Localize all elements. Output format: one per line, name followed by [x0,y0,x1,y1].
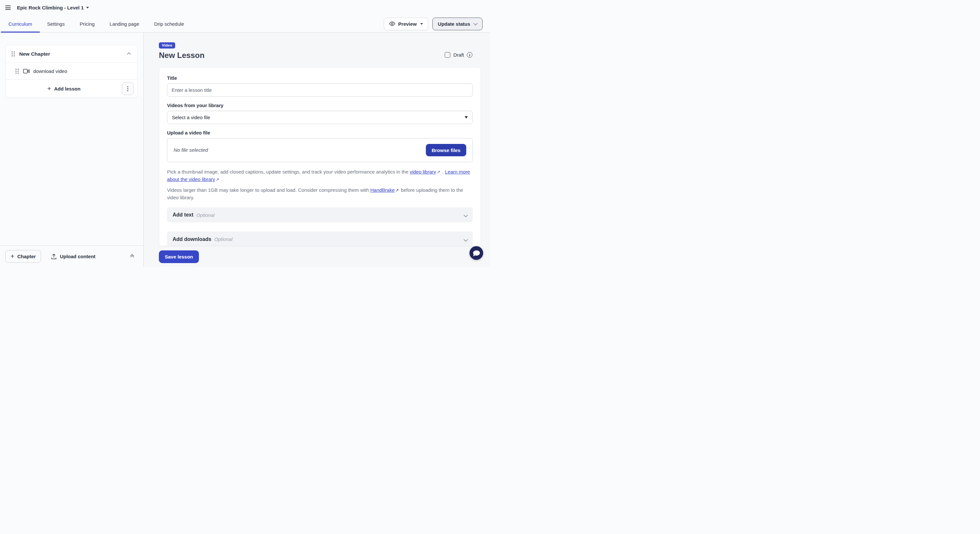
tab-curriculum[interactable]: Curriculum [1,15,40,32]
compression-help-text: Videos larger than 1GB may take longer t… [167,187,473,201]
curriculum-sidebar: New Chapter download vid [0,33,143,267]
preview-caret-icon [420,23,423,25]
video-library-select-value: Select a video file [172,114,210,120]
drag-handle-icon[interactable] [11,51,15,57]
lesson-row[interactable]: download video [6,63,137,80]
external-link-arrow-icon: ↗ [395,187,399,194]
preview-button[interactable]: Preview [384,17,428,30]
lesson-title-input[interactable] [167,83,473,97]
chevron-down-icon [473,21,477,25]
help-text-part: . [220,176,223,182]
chevron-down-icon [464,212,467,218]
collapse-all-chevrons-icon[interactable] [131,254,134,259]
add-chapter-button[interactable]: + Chapter [5,250,41,263]
preview-button-label: Preview [398,21,417,27]
update-status-button[interactable]: Update status [433,17,482,30]
add-chapter-label: Chapter [17,254,36,259]
info-icon[interactable]: i [467,52,473,58]
collapse-chapter-chevron-icon[interactable] [126,50,132,58]
chapter-kebab-menu-button[interactable] [122,82,134,95]
external-link-arrow-icon: ↗ [437,168,440,176]
sidebar-footer: + Chapter Upload content [0,245,143,267]
hamburger-menu-icon[interactable] [5,6,11,10]
tab-bar: Curriculum Settings Pricing Landing page… [0,15,490,33]
tab-settings[interactable]: Settings [40,15,72,32]
upload-field-label: Upload a video file [167,130,473,136]
video-library-help-text: Pick a thumbnail image, add closed capti… [167,168,473,183]
page-title: New Lesson [159,51,481,60]
tab-drip-schedule[interactable]: Drip schedule [147,15,192,32]
course-dropdown-caret-icon[interactable] [86,7,89,8]
add-text-optional-hint: Optional [196,212,215,218]
add-lesson-label: Add lesson [54,86,80,92]
upload-content-label: Upload content [60,254,95,259]
external-link-arrow-icon: ↗ [216,176,220,183]
update-status-label: Update status [438,21,470,27]
top-actions: Preview Update status [384,15,482,32]
add-downloads-label: Add downloads [173,237,211,242]
browse-files-button[interactable]: Browse files [426,144,466,156]
chevron-down-icon [464,237,467,242]
title-field-group: Title [167,75,473,97]
no-file-text: No file selected [173,147,208,153]
help-text-part: Pick a thumbnail image, add closed capti… [167,169,410,175]
lesson-editor-main: Video New Lesson Draft i Title Videos fr… [143,33,490,267]
plus-icon: + [10,253,14,259]
add-text-section[interactable]: Add text Optional [167,207,473,222]
draft-label: Draft [453,52,464,58]
video-library-label: Videos from your library [167,103,473,108]
draft-checkbox[interactable] [445,52,450,58]
save-lesson-button[interactable]: Save lesson [159,250,199,263]
chapter-title: New Chapter [19,51,50,57]
draft-toggle-group: Draft i [445,52,473,58]
lesson-title: download video [33,68,67,74]
video-library-link[interactable]: video library [410,169,436,175]
add-downloads-optional-hint: Optional [214,237,232,242]
video-library-select[interactable]: Select a video file [167,111,473,124]
lesson-form-card: Title Videos from your library Select a … [159,67,481,246]
add-downloads-section[interactable]: Add downloads Optional [167,232,473,246]
add-text-label: Add text [173,212,193,218]
upload-field-group: Upload a video file No file selected Bro… [167,130,473,162]
upload-content-button[interactable]: Upload content [49,253,97,260]
add-lesson-row: + Add lesson [6,80,137,97]
help-text-part: . [441,169,445,175]
video-camera-icon [23,69,30,73]
drag-handle-icon[interactable] [15,68,19,74]
eye-icon [389,22,395,26]
top-bar: Epic Rock Climbing - Level 1 [0,0,490,15]
help-text-part: Videos larger than 1GB may take longer t… [167,187,370,193]
tab-pricing[interactable]: Pricing [72,15,102,32]
select-caret-icon [465,116,468,119]
plus-icon: + [47,85,51,92]
chat-bubble-icon [473,250,480,256]
upload-icon [51,254,57,259]
lesson-type-badge: Video [159,42,175,49]
tab-landing-page[interactable]: Landing page [102,15,147,32]
course-title[interactable]: Epic Rock Climbing - Level 1 [17,5,84,10]
lesson-heading: Video New Lesson Draft i [159,42,481,60]
chapter-header-row[interactable]: New Chapter [6,45,137,63]
file-upload-dropzone[interactable]: No file selected Browse files [167,138,473,162]
title-field-label: Title [167,75,473,81]
handbrake-link[interactable]: HandBrake [370,187,395,193]
video-library-group: Videos from your library Select a video … [167,103,473,124]
chat-widget-button[interactable] [469,246,483,260]
chapter-card: New Chapter download vid [6,45,137,98]
add-lesson-button[interactable]: + Add lesson [6,85,122,92]
